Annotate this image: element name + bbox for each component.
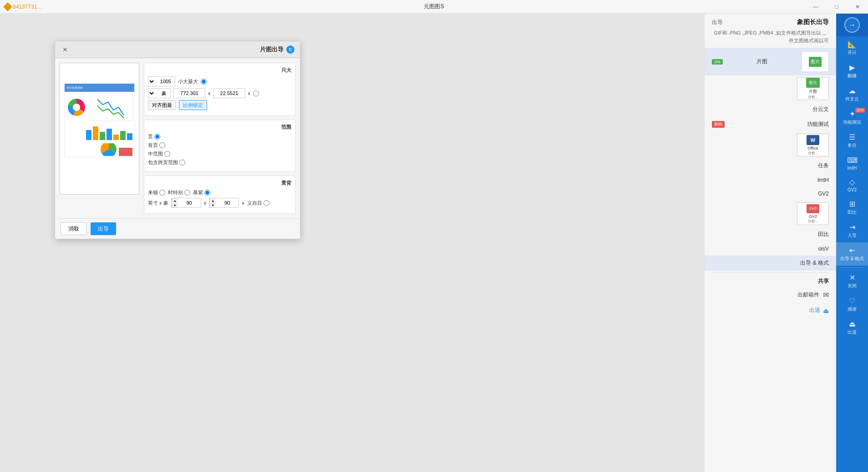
format-thumb-image: 图片 bbox=[802, 51, 829, 72]
exit-row[interactable]: ⏏ 出退 bbox=[705, 303, 836, 318]
dialog-title-icon: C bbox=[286, 45, 294, 54]
format-row-active[interactable]: 出导 & 格式 bbox=[705, 256, 836, 271]
cloud-icon: ☁ bbox=[848, 86, 856, 95]
format-icon-image: 图片 bbox=[809, 57, 822, 67]
sidebar-item-html[interactable]: ⌨ lmtH bbox=[836, 152, 868, 174]
range-options-row2: 首页 bbox=[148, 142, 291, 149]
thumb-label: 片图 bbox=[809, 89, 817, 95]
format-row-grid[interactable]: 田比 bbox=[705, 227, 836, 242]
stepper-up[interactable]: ▲ bbox=[209, 198, 216, 203]
max-size-row: 小大最大 1005 2000 4000 bbox=[148, 76, 291, 86]
range-section: 范围 页 首页 bbox=[144, 120, 295, 172]
sidebar-item-svg[interactable]: ◇ GV2 bbox=[836, 174, 868, 196]
restore-button[interactable]: □ bbox=[826, 0, 847, 14]
svg-preview-row: SVG GV2 ...分析 bbox=[705, 201, 836, 227]
email-icon: ✉ bbox=[823, 291, 829, 299]
size-input-row: x x 象 英寸 cm bbox=[148, 88, 291, 98]
max-size-radio[interactable] bbox=[201, 79, 207, 85]
task-label: 务任 bbox=[848, 142, 857, 149]
format-row-visio[interactable]: oisV bbox=[705, 242, 836, 256]
lock-ratio-button[interactable]: 比例锁定 bbox=[179, 100, 207, 110]
format-row-feature[interactable]: 功能测试 新特 bbox=[705, 117, 836, 132]
nav-arrow[interactable]: → bbox=[844, 17, 860, 33]
bg-self-define[interactable]: 义自目 bbox=[247, 200, 269, 206]
format-row-svg[interactable]: GV2 bbox=[705, 187, 836, 201]
width-input[interactable] bbox=[173, 88, 205, 98]
office-sublabel: ...分析 bbox=[808, 151, 818, 156]
sidebar-item-design[interactable]: 📐 开计 bbox=[836, 36, 868, 60]
format-row-html[interactable]: lmtH bbox=[705, 173, 836, 187]
bg-options-row: 幕紫 时特别 来顿 bbox=[148, 189, 291, 196]
present-icon: ▶ bbox=[849, 63, 855, 72]
exit-nav-label: 出退 bbox=[848, 329, 857, 336]
export-right-header: 象图长出导 出导 bbox=[705, 14, 836, 29]
bg-height-input[interactable] bbox=[216, 198, 239, 207]
thanks-icon: ♡ bbox=[849, 296, 855, 305]
office-preview: W Office ...分析 bbox=[797, 134, 829, 156]
minimize-button[interactable]: — bbox=[805, 0, 826, 14]
unit-select[interactable]: 象 英寸 cm bbox=[148, 88, 171, 98]
app-logo: ...84137731 bbox=[5, 4, 41, 10]
bg-custom[interactable]: 来顿 bbox=[148, 189, 165, 196]
grid-icon: ⊞ bbox=[849, 200, 855, 208]
export-button[interactable]: 出导 bbox=[91, 222, 116, 235]
task-icon: ☰ bbox=[849, 133, 855, 141]
sidebar-item-grid[interactable]: ⊞ 田比 bbox=[836, 196, 868, 219]
dialog-body: 销售数据分析 bbox=[55, 58, 300, 218]
sidebar-item-import[interactable]: ⇥ 入导 bbox=[836, 219, 868, 242]
sidebar-item-export[interactable]: ⇤ 出导 & 格式 bbox=[836, 242, 868, 266]
bg-custom-row: 义自目 x ▲ ▼ x bbox=[148, 198, 291, 208]
sidebar-item-close[interactable]: ✕ 关闭 bbox=[836, 270, 868, 293]
bg-width-input[interactable] bbox=[178, 198, 201, 207]
sidebar-top: → bbox=[836, 14, 868, 36]
svg-nav-icon: ◇ bbox=[849, 178, 855, 186]
email-send-row[interactable]: ✉ 出邮箱件 bbox=[705, 287, 836, 303]
exit-icon: ⏏ bbox=[823, 307, 829, 314]
range-option-middle[interactable]: 中范围 bbox=[148, 151, 170, 157]
format-row-task[interactable]: 任务 bbox=[705, 158, 836, 173]
height-stepper[interactable]: ▲ ▼ bbox=[209, 198, 239, 208]
stepper-up2[interactable]: ▲ bbox=[172, 198, 178, 203]
bg-special[interactable]: 时特别 bbox=[168, 189, 190, 196]
size-section: 只大 小大最大 1005 2000 4000 bbox=[144, 63, 295, 116]
logo-text: ...84137731 bbox=[13, 4, 41, 10]
close-button[interactable]: ✕ bbox=[847, 0, 868, 14]
design-icon: 📐 bbox=[848, 40, 857, 49]
sidebar-item-cloud[interactable]: ☁ 件文云 bbox=[836, 83, 868, 106]
sidebar-item-task[interactable]: ☰ 务任 bbox=[836, 129, 868, 152]
height-input[interactable] bbox=[213, 88, 245, 98]
bg-unit-label: 英寸 x 象 bbox=[148, 200, 168, 206]
dialog-close-button[interactable]: ✕ bbox=[61, 45, 70, 54]
sidebar-item-present[interactable]: ▶ 翻播 bbox=[836, 60, 868, 83]
format-row-cloud[interactable]: 分云文 bbox=[705, 102, 836, 117]
range-option-page[interactable]: 页 bbox=[148, 133, 160, 140]
svg-sublabel: ...分析 bbox=[808, 219, 818, 224]
sidebar-item-exit[interactable]: ⏏ 出退 bbox=[836, 316, 868, 339]
resolution-select[interactable]: 1005 2000 4000 bbox=[148, 76, 175, 86]
close-nav-label: 关闭 bbox=[848, 283, 857, 289]
range-option-cross[interactable]: 包含跨页范围 bbox=[148, 159, 185, 166]
preview-thumb-row: 图片 片图 ...分析 bbox=[705, 75, 836, 102]
email-label: 出邮箱件 bbox=[797, 291, 819, 299]
format-badge-new: 新特 bbox=[712, 121, 725, 128]
width-stepper[interactable]: ▲ ▼ bbox=[171, 198, 201, 208]
dialog-preview-panel: 销售数据分析 bbox=[60, 63, 139, 195]
range-options-row: 页 bbox=[148, 133, 291, 140]
stepper-down[interactable]: ▼ bbox=[209, 203, 216, 207]
sidebar-item-thanks[interactable]: ♡ 感谢 bbox=[836, 293, 868, 316]
thanks-label: 感谢 bbox=[848, 306, 857, 312]
format-label-svg: GV2 bbox=[818, 191, 829, 197]
import-icon: ⇥ bbox=[849, 223, 855, 231]
fixed-size-radio[interactable] bbox=[253, 90, 259, 96]
range-option-first[interactable]: 首页 bbox=[148, 142, 165, 149]
format-label-visio: oisV bbox=[818, 246, 829, 252]
cancel-button[interactable]: 消取 bbox=[61, 222, 87, 235]
fit-page-button[interactable]: 对齐图最 bbox=[148, 100, 176, 110]
import-label: 入导 bbox=[848, 232, 857, 239]
stepper-down2[interactable]: ▼ bbox=[172, 203, 178, 207]
format-row-image[interactable]: 图片 片图 ON bbox=[705, 48, 836, 75]
exit-nav-icon: ⏏ bbox=[849, 320, 856, 328]
bg-purple[interactable]: 幕紫 bbox=[193, 189, 210, 196]
window-controls: — □ ✕ bbox=[805, 0, 868, 13]
sidebar-item-feature[interactable]: 新特 ✦ 功能测试 bbox=[836, 106, 868, 129]
